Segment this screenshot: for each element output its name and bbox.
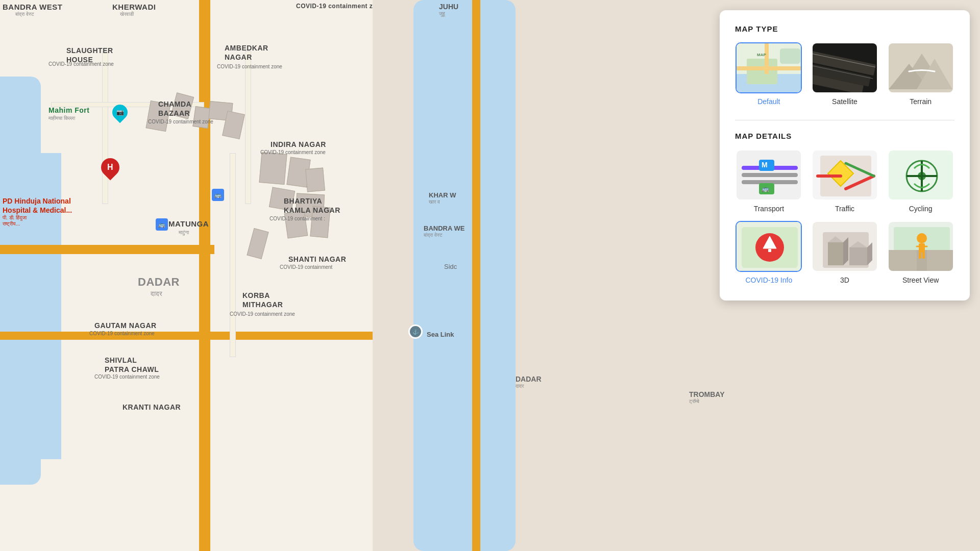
label-mahim: Mahim Fort: [48, 106, 89, 114]
label-dadar-dev: दादर: [151, 290, 162, 298]
label-covid-top: COVID-19 containment zo...: [296, 3, 383, 10]
transit-icon2: 🚌: [156, 218, 168, 231]
map-option-streetview[interactable]: Street View: [887, 221, 954, 284]
map-option-terrain[interactable]: Terrain: [887, 42, 954, 106]
map-option-thumb-streetview: [888, 221, 954, 272]
svg-rect-52: [917, 250, 927, 272]
road-h2: [0, 332, 373, 340]
svg-rect-54: [919, 243, 925, 253]
label-dadar-right: DADAR दादर: [516, 375, 542, 389]
sea-link-pin[interactable]: ⚓: [408, 324, 423, 339]
map-option-thumb-terrain: [888, 42, 954, 93]
road-s4: [230, 153, 236, 357]
road-h1: [0, 245, 214, 254]
label-shanti-covid: COVID-19 containment: [280, 264, 332, 270]
svg-point-53: [917, 233, 927, 243]
svg-rect-40: [768, 249, 771, 252]
label-trombay: TROMBAY ट्रॉम्बे: [689, 390, 725, 405]
building1: [146, 101, 171, 132]
label-shivlal-covid: COVID-19 containment zone: [94, 374, 160, 380]
transit-icon1: 🚌: [212, 189, 224, 201]
svg-rect-19: [742, 173, 798, 177]
map-option-label-default: Default: [757, 97, 780, 106]
map-option-default[interactable]: MAP Default: [735, 42, 803, 106]
svg-rect-56: [919, 253, 921, 259]
map-option-label-3d: 3D: [840, 276, 849, 284]
map-option-label-terrain: Terrain: [910, 97, 932, 106]
building13: [247, 228, 268, 259]
map-option-label-cycling: Cycling: [909, 205, 933, 213]
map-option-thumb-covid: [736, 221, 802, 272]
building12: [310, 206, 330, 238]
map-option-3d[interactable]: 3D: [811, 221, 879, 284]
label-shivlal: SHIVLALPATRA CHAWL: [105, 356, 159, 374]
label-khar: KHAR W खार व: [429, 191, 456, 205]
road-s2: [245, 51, 251, 204]
map-option-cycling[interactable]: Cycling: [887, 149, 954, 213]
map-option-thumb-traffic: [812, 149, 878, 201]
map-option-label-covid: COVID-19 Info: [745, 276, 792, 284]
hospital-pin[interactable]: H: [101, 158, 119, 177]
label-juhu: JUHU जुहू: [439, 3, 458, 17]
label-hinduja: PD Hinduja NationalHospital & Medical...…: [3, 196, 72, 227]
label-indira: INDIRA NAGAR: [271, 140, 326, 148]
building3: [192, 106, 210, 129]
map-option-satellite[interactable]: Satellite: [811, 42, 879, 106]
map-details-title: MAP DETAILS: [735, 132, 954, 140]
svg-rect-57: [922, 253, 925, 259]
svg-rect-43: [828, 242, 843, 265]
water-sea: [413, 0, 516, 551]
map-type-grid: MAP Default Satellite: [735, 42, 954, 106]
svg-rect-5: [780, 48, 800, 64]
map-details-grid: M 🚌 Transport Traffic: [735, 149, 954, 284]
label-mahim-dev: माहीमचा किल्ला: [48, 115, 75, 121]
building9: [269, 187, 295, 211]
mahim-fort-pin[interactable]: 📷: [112, 105, 128, 120]
map-option-thumb-satellite: [812, 42, 878, 93]
svg-rect-4: [765, 43, 769, 74]
label-bandra-west: BANDRA WEST: [3, 3, 62, 11]
label-kranti: KRANTI NAGAR: [122, 403, 181, 411]
map-option-thumb-cycling: [888, 149, 954, 201]
map-options-panel: MAP TYPE MAP Default: [720, 10, 970, 300]
building2: [171, 92, 194, 119]
map-option-label-satellite: Satellite: [832, 97, 857, 106]
map-option-transport[interactable]: M 🚌 Transport: [735, 149, 803, 213]
map-option-label-transport: Transport: [754, 205, 784, 213]
map-option-traffic[interactable]: Traffic: [811, 149, 879, 213]
coastal-road: [472, 0, 480, 551]
label-korba-covid: COVID-19 containment zone: [230, 311, 295, 317]
svg-rect-2: [747, 59, 777, 84]
building11: [284, 210, 308, 238]
section-divider: [735, 120, 954, 120]
map-option-thumb-transport: M 🚌: [736, 149, 802, 201]
label-kherwadi-dev: खेरवाडी: [120, 11, 134, 17]
svg-rect-46: [849, 247, 867, 265]
road-s1: [102, 51, 108, 204]
map-option-label-streetview: Street View: [902, 276, 939, 284]
svg-text:MAP: MAP: [757, 53, 766, 57]
label-gautam: GAUTAM NAGAR: [94, 321, 157, 330]
building8: [305, 168, 325, 192]
map-option-covid[interactable]: COVID-19 Info: [735, 221, 803, 284]
label-sidc: Sidc: [444, 263, 457, 270]
svg-text:🚌: 🚌: [762, 185, 769, 192]
map-type-title: MAP TYPE: [735, 24, 954, 33]
label-matunga-dev: माटुंगा: [179, 230, 189, 236]
road-main-vertical: [199, 0, 210, 551]
svg-rect-3: [737, 66, 802, 70]
label-shanti: SHANTI NAGAR: [288, 255, 346, 263]
label-bandra-we: BANDRA WE बांद्रा वेस्ट: [424, 224, 464, 238]
label-dadar: DADAR: [138, 276, 180, 289]
label-korba: KORBAMITHAGAR: [242, 291, 283, 309]
label-kherwadi: KHERWADI: [112, 3, 156, 11]
map-option-thumb-3d: [812, 221, 878, 272]
building6: [259, 152, 287, 185]
map-option-thumb-default: MAP: [736, 42, 802, 93]
svg-text:M: M: [762, 161, 768, 169]
label-bandra-west-dev: बांद्रा वेस्ट: [15, 11, 34, 17]
map-option-label-traffic: Traffic: [835, 205, 854, 213]
